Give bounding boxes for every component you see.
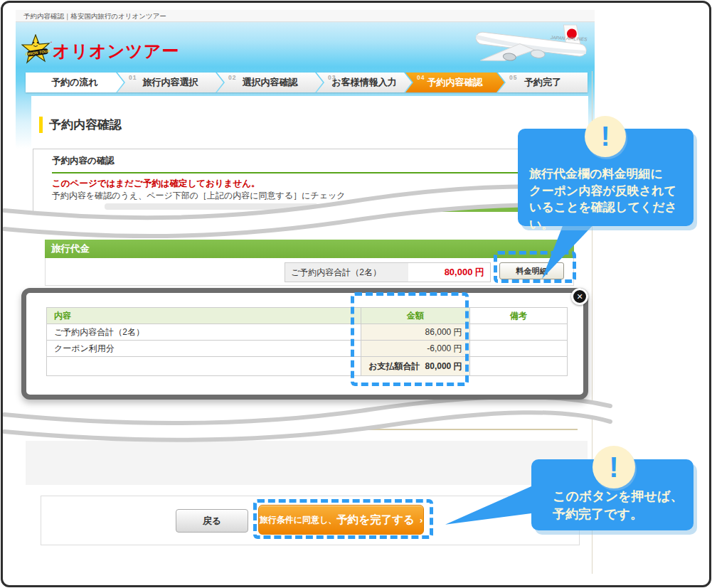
callout-line: このボタンを押せば、 xyxy=(553,488,683,506)
notice-instruction-text: 予約内容を確認のうえ、ページ下部の［上記の内容に同意する］にチェック xyxy=(52,190,346,202)
screenshot-stage: 予約内容確認｜格安国内旅行のオリオンツアー ORION TOUR ・ オリオンツ… xyxy=(0,0,712,588)
row-desc: ご予約内容合計（2名） xyxy=(47,324,361,341)
step-label: 予約完了 xyxy=(524,76,561,89)
back-button[interactable]: 戻る xyxy=(176,509,248,533)
price-section-header: 旅行代金 xyxy=(45,240,574,258)
step-selection-confirm[interactable]: 02 選択内容確認 xyxy=(217,73,323,92)
conditions-box-bottom-border xyxy=(39,429,578,430)
price-total-value: 80,000 円 xyxy=(445,266,484,279)
modal-close-button[interactable]: ✕ xyxy=(571,288,588,305)
close-icon: ✕ xyxy=(576,292,583,301)
heading-accent-bar xyxy=(39,117,43,133)
step-label: 選択内容確認 xyxy=(243,76,298,89)
step-tour-select[interactable]: 01 旅行内容選択 xyxy=(117,73,223,92)
row-desc: クーポン利用分 xyxy=(47,341,361,357)
exclamation-icon: ! xyxy=(593,446,635,488)
step-label: 旅行内容選択 xyxy=(143,76,198,89)
row-amount: 86,000 円 xyxy=(361,324,469,341)
price-total-label: ご予約内容合計（2名） xyxy=(291,267,381,279)
tear-overlap-fragment xyxy=(96,444,331,447)
table-row: ご予約内容合計（2名） 86,000 円 xyxy=(47,324,568,341)
site-logo[interactable]: ORION TOUR ・ オリオンツアー xyxy=(21,34,206,67)
callout-line: いることを確認してください。 xyxy=(529,199,694,232)
price-total-label-cell: ご予約内容合計（2名） xyxy=(285,262,409,282)
table-row: クーポン利用分 -6,000 円 xyxy=(47,341,568,357)
page-heading: 予約内容確認 xyxy=(39,117,122,133)
row-note xyxy=(469,357,567,376)
row-note xyxy=(469,341,567,357)
pay-total-amount: 80,000 円 xyxy=(425,360,462,373)
step-booking-confirm-active[interactable]: 04 予約内容確認 xyxy=(405,73,504,92)
notice-warning-text: このページではまだご予約は確定しておりません。 xyxy=(52,178,260,190)
page-heading-text: 予約内容確認 xyxy=(49,117,122,133)
submit-label-prefix: 旅行条件に同意し、 xyxy=(260,514,337,526)
airline-label: JAPAN AIRLINES xyxy=(550,35,588,42)
notice-divider xyxy=(52,172,581,173)
price-section-title: 旅行代金 xyxy=(51,242,90,255)
pay-total-label: お支払額合計 xyxy=(368,360,420,373)
notice-title: 予約内容の確認 xyxy=(52,155,115,167)
table-total-row: お支払額合計 80,000 円 xyxy=(47,357,568,376)
table-header-row: 内容 金額 備考 xyxy=(47,308,568,324)
callout-line: 予約完了です。 xyxy=(553,506,683,523)
step-label: 予約内容確認 xyxy=(427,76,483,89)
step-intro-label: 予約の流れ xyxy=(51,76,98,89)
col-header-amount: 金額 xyxy=(361,308,469,324)
obscured-text-fragment xyxy=(105,203,318,210)
brand-name: オリオンツアー xyxy=(53,40,179,63)
chevron-right-icon: › xyxy=(420,515,423,525)
step-customer-info[interactable]: 03 お客様情報入力 xyxy=(317,73,412,92)
price-total-value-cell: 80,000 円 xyxy=(408,262,491,282)
submit-label-main: 予約を完了する xyxy=(336,513,415,528)
complete-booking-button[interactable]: 旅行条件に同意し、 予約を完了する › xyxy=(258,505,424,535)
jal-airplane-image: JAPAN AIRLINES xyxy=(469,20,595,75)
progress-steps: 予約の流れ 01 旅行内容選択 02 選択内容確認 03 お客様情報入力 04 … xyxy=(26,73,588,92)
step-booking-complete: 05 予約完了 xyxy=(498,73,588,92)
agreement-section xyxy=(26,441,588,485)
step-intro: 予約の流れ xyxy=(26,73,124,92)
row-note xyxy=(469,324,567,341)
row-amount: -6,000 円 xyxy=(361,341,469,357)
col-header-note: 備考 xyxy=(469,308,567,324)
price-breakdown-table: 内容 金額 備考 ご予約内容合計（2名） 86,000 円 クーポン利用分 -6… xyxy=(46,307,568,376)
row-desc xyxy=(47,357,361,376)
col-header-desc: 内容 xyxy=(47,308,361,324)
row-pay-total: お支払額合計 80,000 円 xyxy=(361,357,469,376)
step-label: お客様情報入力 xyxy=(331,76,396,89)
price-detail-modal: 内容 金額 備考 ご予約内容合計（2名） 86,000 円 クーポン利用分 -6… xyxy=(21,288,588,400)
page-title-text: 予約内容確認｜格安国内旅行のオリオンツアー xyxy=(23,12,166,21)
callout-line: 旅行代金欄の料金明細に xyxy=(529,166,694,183)
callout-line: クーポン内容が反映されて xyxy=(529,183,694,200)
exclamation-icon: ! xyxy=(585,116,626,157)
